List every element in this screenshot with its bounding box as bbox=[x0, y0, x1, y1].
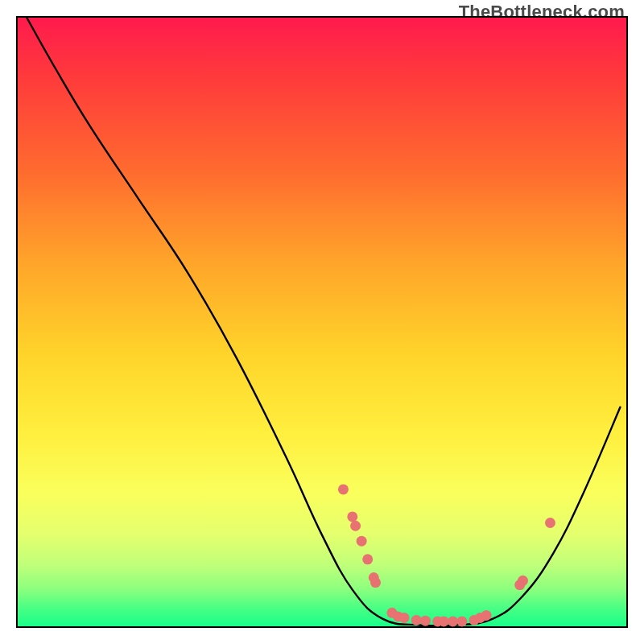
data-marker bbox=[370, 577, 381, 588]
data-marker bbox=[350, 521, 361, 531]
data-marker bbox=[420, 616, 431, 626]
data-marker bbox=[338, 484, 349, 494]
bottleneck-curve-line bbox=[27, 18, 620, 626]
data-marker bbox=[518, 576, 528, 586]
data-markers-group bbox=[338, 484, 555, 626]
bottleneck-plot bbox=[18, 18, 626, 626]
data-marker bbox=[439, 616, 449, 626]
data-marker bbox=[362, 554, 373, 564]
data-marker bbox=[357, 536, 367, 547]
data-marker bbox=[456, 616, 467, 626]
data-marker bbox=[411, 615, 422, 625]
data-marker bbox=[481, 610, 492, 621]
data-marker bbox=[545, 518, 555, 528]
data-marker bbox=[347, 511, 357, 522]
data-marker bbox=[399, 613, 410, 623]
chart-frame bbox=[16, 16, 628, 628]
data-marker bbox=[448, 616, 458, 626]
